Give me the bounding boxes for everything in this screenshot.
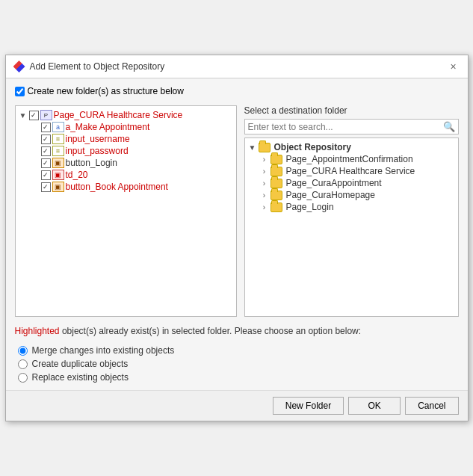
list-item[interactable]: ▼ P Page_CURA Healthcare Service <box>19 109 233 121</box>
list-item[interactable]: ▼ Object Repository <box>248 141 455 153</box>
tree-node-label: td_20 <box>66 170 88 180</box>
tree-node-label: input_username <box>66 134 130 144</box>
chevron-right-icon: › <box>260 179 269 188</box>
list-item[interactable]: a a_Make Appointment <box>19 121 233 133</box>
tree-node-label: Page_CuraHomepage <box>284 190 375 200</box>
app-logo-icon <box>13 61 25 72</box>
list-item[interactable]: › Page_CuraAppointment <box>248 177 455 189</box>
chevron-right-icon: › <box>260 155 269 164</box>
folder-icon <box>270 179 282 188</box>
title-bar-left: Add Element to Object Repository <box>13 61 165 72</box>
create-folder-checkbox-row[interactable]: Create new folder(s) as structure below <box>15 86 459 96</box>
dialog-body: Create new folder(s) as structure below … <box>6 78 468 390</box>
spacer-icon <box>31 158 40 167</box>
close-button[interactable]: × <box>447 60 460 73</box>
list-item[interactable]: ▣ button_Login <box>19 157 233 169</box>
chevron-down-icon: ▼ <box>248 143 257 152</box>
chevron-down-icon: ▼ <box>19 111 28 120</box>
checkbox-icon[interactable] <box>41 146 51 156</box>
checkbox-icon[interactable] <box>41 135 51 144</box>
tree-node-label: Page_AppointmentConfirmation <box>284 154 413 164</box>
radio-duplicate-input[interactable] <box>18 359 28 369</box>
list-item[interactable]: › Page_CuraHomepage <box>248 189 455 201</box>
spacer-icon <box>31 146 40 155</box>
spacer-icon <box>31 123 40 132</box>
folder-icon <box>270 167 282 176</box>
cancel-button[interactable]: Cancel <box>405 397 458 415</box>
tree-node-label: Page_Login <box>284 202 334 212</box>
search-icon: 🔍 <box>443 121 455 132</box>
spacer-icon <box>31 182 40 191</box>
right-panel: Select a destination folder 🔍 ▼ Object R… <box>244 105 459 317</box>
new-folder-button[interactable]: New Folder <box>273 397 344 415</box>
folder-icon <box>259 143 270 152</box>
list-item[interactable]: ▣ button_Book Appointment <box>19 181 233 193</box>
folder-icon <box>270 203 282 212</box>
radio-replace[interactable]: Replace existing objects <box>18 372 459 383</box>
footer-buttons: New Folder OK Cancel <box>6 390 468 421</box>
checkbox-icon[interactable] <box>29 111 39 120</box>
list-item[interactable]: › Page_AppointmentConfirmation <box>248 153 455 165</box>
title-bar: Add Element to Object Repository × <box>6 55 468 78</box>
radio-group: Merge changes into existing objects Crea… <box>15 345 459 383</box>
highlight-message: Highlighted object(s) already exist(s) i… <box>15 323 459 339</box>
checkbox-icon[interactable] <box>41 158 51 168</box>
create-folder-label: Create new folder(s) as structure below <box>28 86 184 96</box>
td-icon: ▣ <box>52 170 64 180</box>
radio-merge-input[interactable] <box>18 346 28 356</box>
radio-merge[interactable]: Merge changes into existing objects <box>18 345 459 356</box>
chevron-right-icon: › <box>260 167 269 176</box>
list-item[interactable]: ≡ input_username <box>19 133 233 145</box>
destination-label: Select a destination folder <box>244 105 459 116</box>
tree-node-label: input_password <box>66 146 129 156</box>
radio-duplicate-label: Create duplicate objects <box>32 359 129 369</box>
tree-node-label: Page_CuraAppointment <box>284 178 382 188</box>
tree-node-label: a_Make Appointment <box>66 122 150 132</box>
highlight-description: object(s) already exist(s) in selected f… <box>60 326 362 336</box>
list-item[interactable]: › Page_CURA Healthcare Service <box>248 165 455 177</box>
content-area: ▼ P Page_CURA Healthcare Service a a_Mak… <box>15 105 459 317</box>
chevron-right-icon: › <box>260 191 269 200</box>
right-tree-panel: ▼ Object Repository › Page_AppointmentCo… <box>244 137 459 317</box>
radio-replace-label: Replace existing objects <box>32 372 129 383</box>
ok-button[interactable]: OK <box>348 397 401 415</box>
list-item[interactable]: › Page_Login <box>248 201 455 213</box>
button-icon: ▣ <box>52 182 64 192</box>
radio-replace-input[interactable] <box>18 373 28 383</box>
input-icon: ≡ <box>52 146 64 156</box>
tree-node-label: button_Login <box>66 158 117 168</box>
tree-node-label: Page_CURA Healthcare Service <box>284 166 415 176</box>
search-box[interactable]: 🔍 <box>244 119 459 135</box>
create-folder-checkbox[interactable] <box>15 87 25 96</box>
tree-node-label: Object Repository <box>272 142 351 152</box>
checkbox-icon[interactable] <box>41 170 51 180</box>
anchor-icon: a <box>52 122 64 132</box>
spacer-icon <box>31 170 40 179</box>
list-item[interactable]: ▣ td_20 <box>19 169 233 181</box>
folder-icon <box>270 155 282 164</box>
search-input[interactable] <box>248 122 443 132</box>
tree-node-label: Page_CURA Healthcare Service <box>54 110 183 120</box>
radio-merge-label: Merge changes into existing objects <box>32 345 175 356</box>
page-icon: P <box>40 110 52 120</box>
tree-node-label: button_Book Appointment <box>66 182 168 192</box>
chevron-right-icon: › <box>260 203 269 211</box>
checkbox-icon[interactable] <box>41 182 51 192</box>
spacer-icon <box>31 135 40 143</box>
button-icon: ▣ <box>52 158 64 168</box>
checkbox-icon[interactable] <box>41 123 51 132</box>
folder-icon <box>270 191 282 200</box>
radio-duplicate[interactable]: Create duplicate objects <box>18 359 459 369</box>
highlighted-word: Highlighted <box>15 326 60 336</box>
dialog-title: Add Element to Object Repository <box>30 61 165 72</box>
input-icon: ≡ <box>52 134 64 144</box>
list-item[interactable]: ≡ input_password <box>19 145 233 157</box>
dialog-window: Add Element to Object Repository × Creat… <box>5 55 469 421</box>
left-tree-panel: ▼ P Page_CURA Healthcare Service a a_Mak… <box>15 105 237 317</box>
